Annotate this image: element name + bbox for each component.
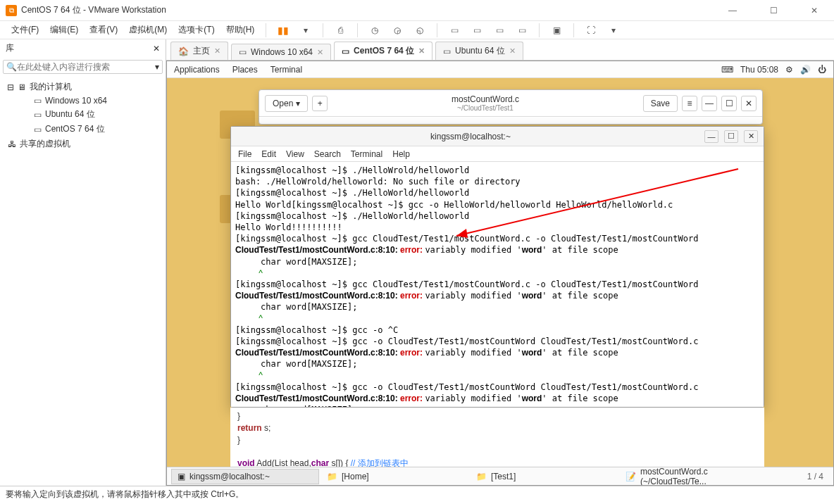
menu-vm[interactable]: 虚拟机(M) [125, 22, 171, 38]
files-task-icon: 📁 [476, 472, 487, 481]
tree-vm-centos[interactable]: ▭ CentOS 7 64 位 [1, 122, 164, 137]
term-menu-search[interactable]: Search [314, 149, 341, 159]
computer-icon: 🖥 [17, 82, 27, 92]
term-menu-file[interactable]: File [238, 149, 251, 159]
tab-home[interactable]: 🏠 主页 ✕ [170, 42, 228, 60]
library-sidebar: 库 ✕ 🔍 ▾ ⊟🖥 我的计算机 ▭ Windows 10 x64 ▭ Ubun… [0, 39, 166, 486]
places-menu[interactable]: Places [232, 65, 258, 75]
gedit-path: ~/CloudTest/Test1 [328, 104, 642, 112]
stretch-icon[interactable]: ⛶ [581, 22, 601, 39]
menu-tabs[interactable]: 选项卡(T) [174, 22, 218, 38]
vm-icon: ▭ [32, 96, 42, 106]
maximize-button[interactable]: ☐ [759, 2, 788, 19]
tree-vm-ubuntu[interactable]: ▭ Ubuntu 64 位 [1, 107, 164, 122]
revert-icon[interactable]: ◶ [387, 22, 407, 39]
close-icon[interactable]: ✕ [418, 46, 425, 56]
home-icon: 🏠 [178, 46, 189, 56]
library-title: 库 [6, 42, 14, 54]
gedit-close[interactable]: ✕ [741, 96, 757, 111]
term-minimize[interactable]: — [704, 130, 718, 143]
vm-icon: ▭ [32, 110, 42, 120]
task-home[interactable]: 📁 [Home] [320, 469, 468, 484]
close-button[interactable]: ✕ [800, 2, 828, 19]
gnome-taskbar: ▣ kingssm@localhost:~ 📁 [Home] 📁 [Test1]… [167, 467, 833, 485]
term-menu-view[interactable]: View [286, 149, 304, 159]
term-menu-help[interactable]: Help [392, 149, 410, 159]
tree-vm-win10[interactable]: ▭ Windows 10 x64 [1, 94, 164, 107]
gedit-minimize[interactable]: — [702, 96, 717, 111]
library-search[interactable]: 🔍 ▾ [3, 60, 163, 74]
term-maximize[interactable]: ☐ [724, 130, 738, 143]
shared-icon: 🖧 [7, 139, 17, 149]
close-icon[interactable]: ✕ [214, 46, 220, 56]
vmware-icon: ⧉ [6, 5, 17, 16]
vm-icon: ▭ [32, 125, 42, 134]
clock[interactable]: Thu 05:08 [740, 65, 778, 75]
terminal-task-icon: ▣ [178, 472, 185, 481]
search-icon: 🔍 [6, 62, 17, 72]
gedit-menu-icon[interactable]: ≡ [682, 96, 697, 111]
input-icon[interactable]: ⌨ [721, 65, 733, 75]
view-single-icon[interactable]: ▭ [444, 22, 464, 39]
gedit-task-icon: 📝 [626, 472, 636, 481]
menu-file[interactable]: 文件(F) [7, 22, 43, 38]
close-icon[interactable]: ✕ [509, 46, 516, 56]
view-full-icon[interactable]: ▭ [512, 22, 532, 39]
tab-centos[interactable]: ▭ CentOS 7 64 位 ✕ [334, 42, 432, 60]
pause-button[interactable]: ▮▮ [273, 22, 293, 39]
manage-snapshot-icon[interactable]: ◵ [410, 22, 430, 39]
gedit-open-button[interactable]: Open▾ [265, 95, 308, 112]
library-close-icon[interactable]: ✕ [153, 44, 160, 53]
dropdown-icon[interactable]: ▾ [296, 22, 316, 39]
vm-tab-icon: ▭ [342, 46, 349, 56]
network-icon[interactable]: ⚙ [785, 65, 793, 75]
terminal-output[interactable]: [kingssm@localhost ~]$ ./HelloWrold/hell… [231, 162, 764, 407]
dropdown2-icon[interactable]: ▾ [604, 22, 623, 39]
snapshot-icon[interactable]: ◷ [365, 22, 385, 39]
vm-tab-icon: ▭ [239, 47, 247, 57]
workspace-indicator[interactable]: 1 / 4 [802, 472, 829, 481]
statusbar: 要将输入定向到该虚拟机，请将鼠标指针移入其中或按 Ctrl+G。 [0, 486, 834, 503]
search-dropdown-icon[interactable]: ▾ [155, 62, 159, 72]
task-gedit[interactable]: 📝 mostCountWord.c (~/CloudTest/Te... [619, 464, 767, 486]
vm-tabs: 🏠 主页 ✕ ▭ Windows 10 x64 ✕ ▭ CentOS 7 64 … [166, 39, 834, 61]
task-terminal[interactable]: ▣ kingssm@localhost:~ [171, 469, 319, 484]
close-icon[interactable]: ✕ [317, 48, 323, 57]
menu-view[interactable]: 查看(V) [85, 22, 122, 38]
minimize-button[interactable]: — [718, 2, 747, 19]
term-menu-terminal[interactable]: Terminal [351, 149, 382, 159]
search-input[interactable] [17, 62, 155, 72]
view-quick-icon[interactable]: ▭ [467, 22, 487, 39]
term-menu-edit[interactable]: Edit [261, 149, 276, 159]
menu-edit[interactable]: 编辑(E) [46, 22, 82, 38]
gedit-new-icon[interactable]: + [312, 96, 328, 111]
gedit-save-button[interactable]: Save [643, 95, 678, 112]
tab-ubuntu[interactable]: ▭ Ubuntu 64 位 ✕ [435, 42, 523, 60]
tree-shared-vms[interactable]: 🖧 共享的虚拟机 [1, 137, 164, 151]
files-task-icon: 📁 [327, 472, 337, 481]
gedit-filename: mostCountWord.c [328, 94, 642, 104]
task-test1[interactable]: 📁 [Test1] [470, 469, 618, 484]
gedit-window[interactable]: Open▾ + mostCountWord.c ~/CloudTest/Test… [259, 89, 763, 125]
view-unity-icon[interactable]: ▭ [490, 22, 509, 39]
tree-my-computer[interactable]: ⊟🖥 我的计算机 [1, 80, 164, 94]
console-icon[interactable]: ▣ [547, 22, 566, 39]
tab-win10[interactable]: ▭ Windows 10 x64 ✕ [231, 44, 331, 60]
menu-help[interactable]: 帮助(H) [222, 22, 259, 38]
gedit-maximize[interactable]: ☐ [721, 96, 737, 111]
power-icon[interactable]: ⏻ [818, 65, 826, 75]
menubar: 文件(F) 编辑(E) 查看(V) 虚拟机(M) 选项卡(T) 帮助(H) ▮▮… [0, 21, 834, 39]
vm-display[interactable]: Applications Places Terminal ⌨ Thu 05:08… [166, 61, 834, 486]
vm-tab-icon: ▭ [443, 46, 451, 56]
gedit-source[interactable]: } return s; } void Add(List head,char s[… [230, 408, 764, 472]
term-close[interactable]: ✕ [744, 130, 758, 143]
terminal-window[interactable]: kingssm@localhost:~ — ☐ ✕ File Edit View… [230, 126, 764, 408]
volume-icon[interactable]: 🔊 [800, 65, 811, 75]
terminal-menu[interactable]: Terminal [270, 65, 302, 75]
applications-menu[interactable]: Applications [174, 65, 220, 75]
window-titlebar: ⧉ CentOS 7 64 位 - VMware Workstation — ☐… [0, 0, 834, 21]
library-tree: ⊟🖥 我的计算机 ▭ Windows 10 x64 ▭ Ubuntu 64 位 … [0, 77, 166, 154]
terminal-title: kingssm@localhost:~ [237, 132, 704, 141]
send-keys-icon[interactable]: ⎙ [330, 22, 350, 39]
window-title: CentOS 7 64 位 - VMware Workstation [21, 4, 718, 16]
